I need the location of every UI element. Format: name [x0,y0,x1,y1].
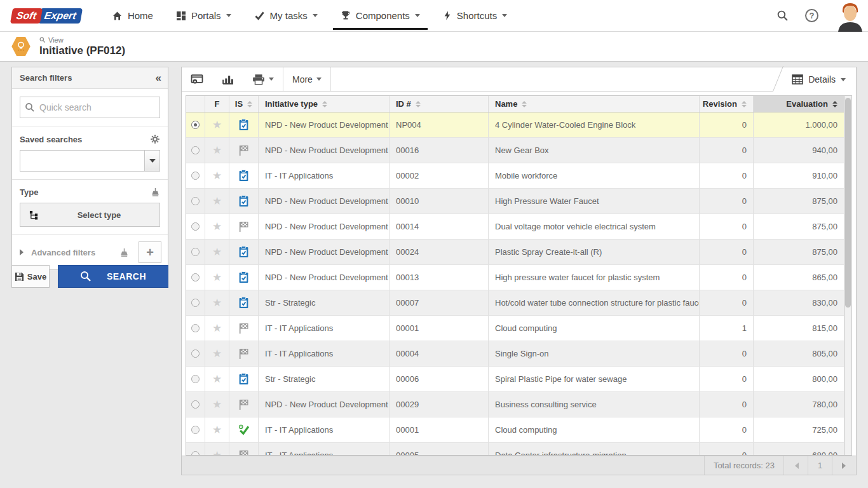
nav-shortcuts[interactable]: Shortcuts [431,0,519,32]
top-navigation: Soft Expert Home Portals My tasks Compon… [0,0,868,32]
search-button[interactable]: SEARCH [58,265,168,288]
nav-portals[interactable]: Portals [165,0,243,32]
header-revision[interactable]: Revision [700,96,754,112]
scrollbar-thumb[interactable] [845,98,851,308]
nav-home[interactable]: Home [100,0,165,32]
chevron-down-icon [226,14,231,20]
row-select-radio[interactable] [186,392,205,417]
cell-name: New Gear Box [489,138,700,163]
expand-advanced-filters-icon[interactable] [20,249,27,255]
table-scrollbar[interactable] [844,95,852,456]
cell-initiative-type: IT - IT Applications [259,341,390,367]
table-row[interactable]: ★ NPD - New Product Development 00014 Du… [186,214,844,240]
row-select-radio[interactable] [186,240,205,265]
clear-filter-broom-icon[interactable] [119,248,129,257]
cell-name: Cloud computing [489,316,700,341]
row-select-radio[interactable] [186,316,205,341]
current-page-number[interactable]: 1 [808,456,832,475]
quick-search-icon [25,102,35,112]
star-icon: ★ [212,297,222,308]
portals-grid-icon [176,11,186,21]
row-favorite-star[interactable]: ★ [205,316,229,341]
more-label: More [292,74,313,85]
row-favorite-star[interactable]: ★ [205,240,229,265]
gear-icon[interactable] [150,134,160,144]
header-id[interactable]: ID # [390,96,489,112]
star-icon: ★ [212,145,222,156]
table-row[interactable]: ★ NPD - New Product Development NP004 4 … [186,112,844,138]
table-row[interactable]: ★ Str - Strategic 00006 Spiral Plastic P… [186,367,844,392]
next-page-button[interactable] [832,456,856,475]
cell-id: 00014 [390,214,489,240]
row-select-radio[interactable] [186,417,205,443]
nav-my-tasks[interactable]: My tasks [243,0,329,32]
row-select-radio[interactable] [186,290,205,316]
row-favorite-star[interactable]: ★ [205,138,229,163]
star-icon: ★ [212,221,222,232]
table-row[interactable]: ★ NPD - New Product Development 00013 Hi… [186,265,844,290]
row-select-radio[interactable] [186,112,205,138]
quick-search-input[interactable] [20,97,160,118]
row-select-radio[interactable] [186,189,205,214]
table-row[interactable]: ★ Str - Strategic 00007 Hot/cold water t… [186,290,844,316]
row-favorite-star[interactable]: ★ [205,214,229,240]
row-select-radio[interactable] [186,163,205,189]
table-row[interactable]: ★ IT - IT Applications 00001 Cloud compu… [186,316,844,341]
row-favorite-star[interactable]: ★ [205,392,229,417]
row-favorite-star[interactable]: ★ [205,163,229,189]
star-icon: ★ [212,450,222,455]
advanced-filters-label[interactable]: Advanced filters [31,248,115,257]
row-favorite-star[interactable]: ★ [205,290,229,316]
previous-page-button[interactable] [783,456,808,475]
print-button[interactable] [243,67,283,91]
table-row[interactable]: ★ IT - IT Applications 00005 Data Center… [186,443,844,455]
help-button[interactable]: ? [805,9,818,22]
table-row[interactable]: ★ NPD - New Product Development 00016 Ne… [186,138,844,163]
row-select-radio[interactable] [186,138,205,163]
row-favorite-star[interactable]: ★ [205,265,229,290]
row-favorite-star[interactable]: ★ [205,443,229,455]
checkered-flag-icon [238,450,249,456]
header-evaluation[interactable]: Evaluation [754,96,844,112]
row-favorite-star[interactable]: ★ [205,417,229,443]
save-search-button[interactable]: Save [11,265,50,288]
header-name[interactable]: Name [489,96,700,112]
cell-evaluation: 910,00 [754,163,844,189]
more-button[interactable]: More [283,67,331,91]
header-status[interactable]: IS [229,96,259,112]
star-icon: ★ [212,374,222,384]
clipboard-check-icon [238,246,249,258]
table-row[interactable]: ★ NPD - New Product Development 00029 Bu… [186,392,844,417]
user-avatar[interactable] [835,1,865,32]
collapse-sidebar-icon[interactable]: « [156,72,161,83]
row-select-radio[interactable] [186,214,205,240]
row-favorite-star[interactable]: ★ [205,189,229,214]
cell-initiative-type: NPD - New Product Development [259,138,390,163]
global-search-button[interactable] [776,10,789,22]
row-select-radio[interactable] [186,265,205,290]
preview-record-button[interactable] [182,67,213,91]
saved-searches-select[interactable] [20,150,160,172]
table-row[interactable]: ★ NPD - New Product Development 00024 Pl… [186,240,844,265]
cell-name: Cloud computing [489,417,700,443]
chart-view-button[interactable] [213,67,243,91]
clear-filter-broom-icon[interactable] [151,187,160,197]
add-filter-button[interactable]: + [139,241,161,263]
select-dropdown-button[interactable] [144,151,159,171]
table-row[interactable]: ★ IT - IT Applications 00004 Single Sign… [186,341,844,367]
row-favorite-star[interactable]: ★ [205,341,229,367]
table-row[interactable]: ★ IT - IT Applications 00002 Mobile work… [186,163,844,189]
row-select-radio[interactable] [186,367,205,392]
details-view-button[interactable]: Details [773,67,856,92]
row-select-radio[interactable] [186,341,205,367]
row-favorite-star[interactable]: ★ [205,367,229,392]
row-favorite-star[interactable]: ★ [205,112,229,138]
table-row[interactable]: ★ IT - IT Applications 00001 Cloud compu… [186,417,844,443]
row-select-radio[interactable] [186,443,205,455]
header-favorite[interactable]: F [205,96,229,112]
select-type-button[interactable]: Select type [20,203,160,227]
table-row[interactable]: ★ NPD - New Product Development 00010 Hi… [186,189,844,214]
header-initiative-type[interactable]: Initiative type [259,96,390,112]
softexpert-logo[interactable]: Soft Expert [11,8,81,24]
nav-components[interactable]: Components [329,0,431,32]
